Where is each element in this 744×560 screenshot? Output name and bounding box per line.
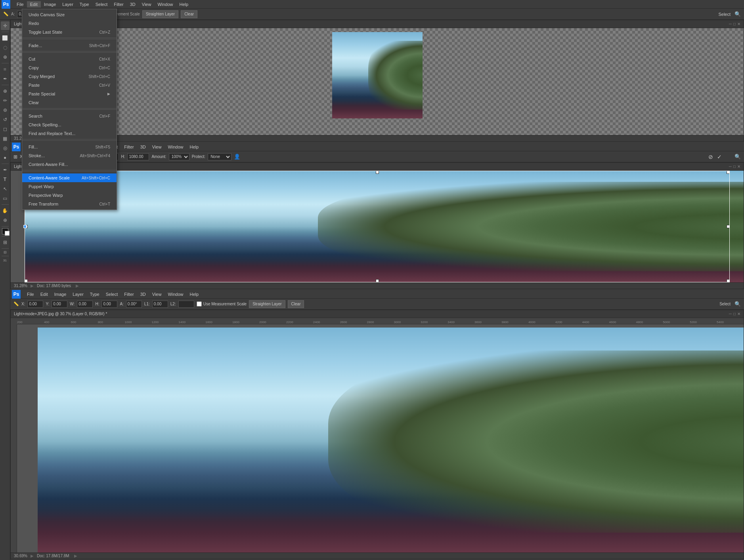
menu-perspective-warp[interactable]: Perspective Warp [22,191,117,200]
menu-puppet-warp[interactable]: Puppet Warp [22,182,117,191]
menu-toggle-last-state[interactable]: Toggle Last State Ctrl+Z [22,28,117,36]
menu2-window[interactable]: Window [164,144,186,150]
menu-search[interactable]: Search Ctrl+F [22,112,117,120]
menu-layer[interactable]: Layer [59,1,77,8]
menu-file[interactable]: File [13,1,27,8]
transform-handle-bl[interactable] [25,279,28,282]
left-anchor[interactable] [23,225,27,228]
menu-fade[interactable]: Fade... Shift+Ctrl+F [22,41,117,50]
menu3-file[interactable]: File [24,291,37,297]
straighten-layer-button[interactable]: Straighten Layer [142,10,178,18]
menu3-view[interactable]: View [149,291,165,297]
menu-help[interactable]: Help [176,1,192,8]
menu-stroke[interactable]: Stroke... Alt+Shift+Ctrl+F4 [22,151,117,160]
amount-dropdown[interactable]: 100% [169,153,189,160]
transform-handle-bc[interactable] [376,279,379,282]
background-color[interactable] [5,231,10,236]
menu3-select[interactable]: Select [103,291,121,297]
win2-maximize[interactable]: □ [733,164,736,169]
win2-minimize[interactable]: ─ [729,164,732,169]
transform-handle-mr[interactable] [727,225,730,228]
l1-3-input[interactable] [152,301,168,308]
menu-paste[interactable]: Paste Ctrl+V [22,81,117,90]
measurement-scale-checkbox-3[interactable] [197,301,202,307]
tool-history-brush[interactable]: ↺ [1,115,10,124]
menu2-help[interactable]: Help [187,144,202,150]
transform-handle-tr[interactable] [727,171,730,174]
menu-window[interactable]: Window [154,1,176,8]
win1-maximize[interactable]: □ [733,22,736,26]
menu-content-aware-fill[interactable]: Content-Aware Fill... [22,160,117,169]
menu3-type[interactable]: Type [87,291,103,297]
transform-handle-tc[interactable] [376,171,379,174]
menu3-help[interactable]: Help [187,291,202,297]
transform-handle-br[interactable] [727,279,730,282]
tool-gradient[interactable]: ▦ [1,134,10,143]
foreground-color[interactable] [2,228,8,234]
menu-undo-canvas[interactable]: Undo Canvas Size [22,10,117,19]
tool-zoom[interactable]: ⊕ [1,216,10,225]
win1-minimize[interactable]: ─ [729,22,732,26]
search-icon-3[interactable]: 🔍 [734,301,741,307]
tool-hand[interactable]: ✋ [1,206,10,215]
menu-cut[interactable]: Cut Ctrl+X [22,55,117,63]
protect-dropdown[interactable]: None [208,153,231,160]
menu-paste-special[interactable]: Paste Special ▶ [22,90,117,98]
l2-3-input[interactable] [178,301,194,308]
tool-brush[interactable]: ✏ [1,96,10,105]
y3-input[interactable] [52,301,67,308]
tool-quick-select[interactable]: ⊕ [1,53,10,61]
tool-text[interactable]: T [1,175,10,184]
menu3-edit[interactable]: Edit [37,291,51,297]
tool-screen-mode[interactable]: ⊟ [4,250,7,254]
menu2-filter[interactable]: Filter [121,144,137,150]
menu3-window[interactable]: Window [164,291,186,297]
menu-check-spelling[interactable]: Check Spelling... [22,120,117,129]
menu-image[interactable]: Image [41,1,59,8]
tool-healing[interactable]: ⊕ [1,87,10,95]
menu-copy-merged[interactable]: Copy Merged Shift+Ctrl+C [22,72,117,81]
clear-button-3[interactable]: Clear [288,300,304,308]
clear-button-1[interactable]: Clear [181,10,197,18]
menu3-image[interactable]: Image [51,291,70,297]
confirm-transform-icon[interactable]: ✓ [717,154,722,160]
x3-input[interactable] [27,301,43,308]
menu-3d[interactable]: 3D [127,1,139,8]
tool-lasso[interactable]: ◌ [1,43,10,52]
menu-clear[interactable]: Clear [22,98,117,107]
tool-rectangle-select[interactable]: ⬜ [1,34,10,42]
menu-find-replace[interactable]: Find and Replace Text... [22,129,117,138]
menu3-layer[interactable]: Layer [69,291,87,297]
search-icon[interactable]: 🔍 [734,11,741,17]
win3-maximize[interactable]: □ [733,312,736,316]
menu-redo[interactable]: Redo [22,19,117,28]
menu-content-aware-scale[interactable]: Content-Aware Scale Alt+Shift+Ctrl+C [22,173,117,182]
menu-filter[interactable]: Filter [111,1,126,8]
menu2-view[interactable]: View [149,144,165,150]
tool-eyedropper[interactable]: ✒ [1,74,10,83]
menu2-3d[interactable]: 3D [137,144,149,150]
menu-fill[interactable]: Fill... Shift+F5 [22,143,117,151]
menu-type[interactable]: Type [77,1,92,8]
tool-eraser[interactable]: ◻ [1,125,10,133]
tool-blur[interactable]: ◎ [1,144,10,152]
h3-input[interactable] [101,301,117,308]
win3-close[interactable]: ✕ [737,312,740,316]
w3-input[interactable] [77,301,93,308]
tool-shape[interactable]: ▭ [1,194,10,203]
cancel-transform-icon[interactable]: ⊘ [708,154,713,160]
tool-move[interactable]: ✛ [1,21,10,30]
search-icon-2[interactable]: 🔍 [734,154,741,160]
win1-close[interactable]: ✕ [737,22,740,26]
menu-edit[interactable]: Edit [27,1,41,8]
menu-copy[interactable]: Copy Ctrl+C [22,63,117,72]
win3-minimize[interactable]: ─ [729,312,732,316]
win2-close[interactable]: ✕ [737,164,740,169]
tool-clone[interactable]: ⊚ [1,106,10,114]
menu3-3d[interactable]: 3D [137,291,149,297]
menu-view[interactable]: View [139,1,155,8]
tool-pen[interactable]: ✒ [1,166,10,174]
angle3-input[interactable] [126,301,142,308]
menu3-filter[interactable]: Filter [121,291,137,297]
tool-path-select[interactable]: ↖ [1,185,10,193]
